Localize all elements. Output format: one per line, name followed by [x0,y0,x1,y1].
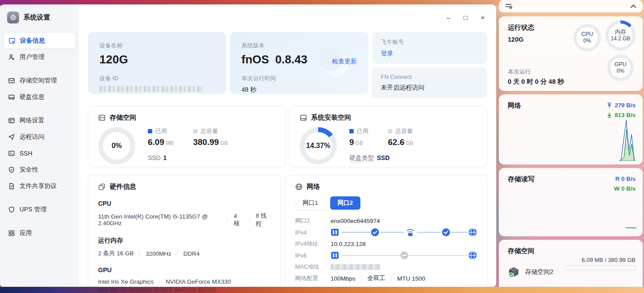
apps-grid-icon [8,230,15,237]
detail-row: 硬件信息 CPU 11th Gen Intel(R) Core(TM) i5-1… [88,175,487,287]
sidebar-item-network-settings[interactable]: 网络设置 [4,112,75,129]
sidebar-item-storage-management[interactable]: 存储空间管理 [4,72,75,89]
sidebar-item-apps[interactable]: 应用 [4,225,75,241]
fn-connect-label: FN Connect [381,74,478,80]
shield-icon [8,206,15,213]
system-install-title: 系统安装空间 [311,113,351,122]
upload-rate: 279 B/s [607,100,636,110]
read-rate: R 0 B/s [614,174,636,184]
sidebar-item-label: 远程访问 [20,133,44,141]
sidebar-item-file-sharing[interactable]: 文件共享协议 [4,178,75,194]
check-update-link[interactable]: 检查更新 [332,58,357,66]
sidebar-item-user-management[interactable]: 用户管理 [4,49,75,65]
system-install-card: 系统安装空间 14.37% 已用 9GB [289,106,487,167]
ipv4-status-row: IPv4 [295,227,477,238]
used-swatch [349,129,354,133]
fn-connect-card: FN Connect 未开启远程访问 [372,67,487,98]
sidebar-item-security[interactable]: 安全性 [4,161,75,178]
total-legend: 总容量 380.99GB [193,127,228,147]
hardware-info-icon [98,183,106,191]
sidebar-group-gap [4,65,75,72]
sidebar-item-disk-info[interactable]: 硬盘信息 [4,89,75,105]
gpu-integrated: Intel Iris Xe Graphics [98,278,154,285]
ram-speed: 3200MHz [146,250,171,257]
sidebar-group-gap [4,194,75,201]
used-value: 9 [349,137,354,147]
system-install-icon [300,114,307,121]
mac-address-redacted [331,264,380,270]
interface-value: enx000ec6445974 [331,218,477,224]
storage-volumes-title: 存储空间 [508,247,634,255]
sidebar-item-label: 设备信息 [20,37,45,45]
storage-volumes-card: 存储空间 存储空间2 6.09 MB / 380.99 GB [499,240,643,293]
ram-type: DDR4 [183,250,200,257]
maximize-button[interactable]: □ [463,13,467,22]
tab-nic1[interactable]: 网口1 [295,196,326,210]
uptime-label: 本次运行时间 [241,74,357,82]
sidebar-item-label: SSH [20,150,32,157]
system-usage-percent: 14.37% [306,142,330,150]
fn-account-label: 飞牛账号 [381,38,478,46]
ipv4-connectivity-diagram [331,227,477,238]
memory-gauge: 内存14.2 GB [605,20,636,51]
memory-gauge-label: 内存 [615,29,626,36]
sidebar-item-label: 存储空间管理 [20,77,57,85]
gpu-gauge-label: GPU [614,61,626,68]
hardware-info-title: 硬件信息 [110,183,136,191]
upload-icon [607,102,612,108]
ram-section: 运行内存 2 条共 16 GB 3200MHz DDR4 [98,237,271,258]
close-button[interactable]: × [481,13,485,22]
device-id-label: 设备 ID [99,74,215,82]
minimize-button[interactable]: – [446,13,450,22]
network-config-row: 网络配置 100Mbps 全双工 MTU 1500 [295,273,477,284]
system-settings-window: ⚙ 系统设置 设备信息 用户管理 存储空间管理 硬盘信息 网络设置 远程访问 [0,4,496,287]
widget-panel: 运行状态 120G CPU0% 内存14.2 GB GPU0% 本次运行 0 天… [499,0,643,293]
sidebar-item-device-info[interactable]: 设备信息 [4,32,75,49]
total-unit: GB [406,140,413,146]
used-legend: 已用 6.09MB [148,127,174,147]
window-title: 系统设置 [24,13,50,22]
widget-settings-icon[interactable] [505,3,513,9]
volume-name: 存储空间2 [525,268,553,276]
volume-cube-icon [508,266,520,278]
sidebar-item-label: 网络设置 [20,117,44,125]
total-swatch [193,129,198,133]
gpu-section: GPU Intel Iris Xe Graphics NVIDIA GeForc… [98,266,271,285]
used-swatch [148,129,152,133]
cpu-gauge-label: CPU [581,31,593,38]
device-info-icon [8,37,16,44]
disk-type-value: SSD [377,154,390,161]
system-version-card: 系统版本 fnOS 0.8.43 检查更新 本次运行时间 48 秒 [230,32,368,94]
globe-icon [295,183,303,191]
used-value: 6.09 [148,137,164,147]
collapse-panel-chevron-icon[interactable] [630,4,636,8]
link-speed: 100Mbps [331,275,356,282]
storage-usage-percent: 0% [111,142,122,150]
ipv6-connectivity-diagram [331,250,477,261]
login-link[interactable]: 登录 [381,50,393,58]
upload-rate-value: 279 B/s [615,102,636,109]
used-label: 已用 [155,127,167,135]
used-unit: GB [356,140,363,146]
sidebar-item-ssh[interactable]: SSH [4,145,75,161]
sidebar-item-remote-access[interactable]: 远程访问 [4,129,75,145]
ipv4-address-row: IPv4地址 10.0.223.128 [295,238,477,250]
sidebar-group-gap [4,218,75,225]
used-unit: MB [166,140,174,146]
total-unit: GB [220,140,228,146]
wallpaper-bottom-strip: Intel Iris Xe Graphics NVIDIA GeForce MX… [0,287,644,293]
write-rate-value: W 0 B/s [614,185,636,192]
gpu-label: GPU [98,266,271,273]
gpu-gauge-value: 0% [616,68,624,74]
interface-label: 网口2 [295,217,331,225]
read-rate-value: R 0 B/s [615,176,636,182]
sidebar-item-ups-management[interactable]: UPS 管理 [4,201,75,218]
tab-nic2[interactable]: 网口2 [330,196,361,210]
widget-panel-toolbar [499,0,643,12]
storage-space-title: 存储空间 [110,113,136,122]
account-column: 飞牛账号 登录 FN Connect 未开启远程访问 [372,32,487,98]
ipv6-status-row: IPv6 [295,250,477,261]
volume-usage-block: 6.09 MB / 380.99 GB [565,257,636,270]
network-info-card: 网络 网口1 网口2 网口2 enx000ec6445974 IPv4 [285,175,487,287]
uptime-value: 48 秒 [241,86,357,94]
